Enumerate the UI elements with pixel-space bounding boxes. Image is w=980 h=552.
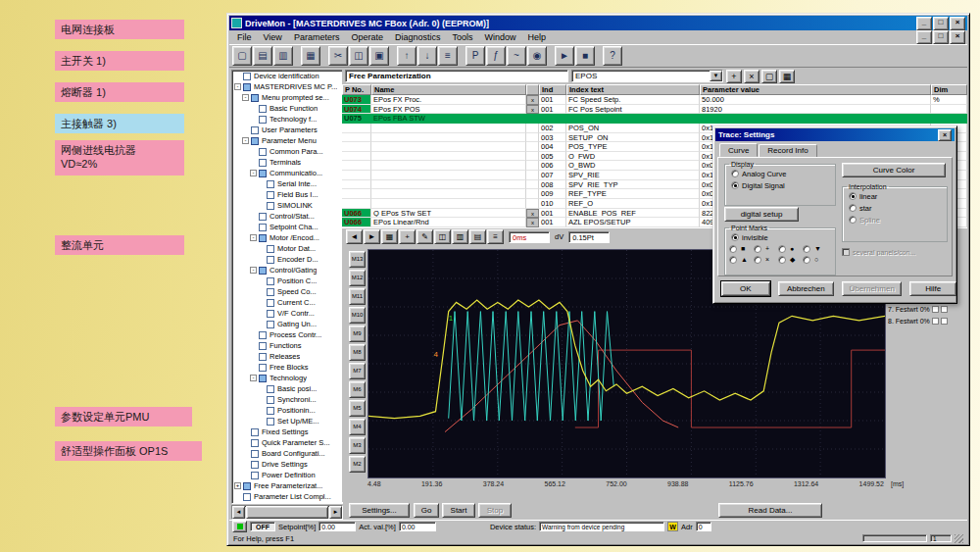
tree-toggle-icon[interactable] (258, 191, 265, 198)
tree-item-24[interactable]: Process Contr... (232, 329, 342, 340)
trace-channel-button-8[interactable]: M5 (349, 400, 366, 417)
tree-item-13[interactable]: Control/Stat... (232, 211, 342, 222)
radio-digital-signal[interactable]: Digital Signal (725, 179, 835, 191)
header-button-new-set[interactable]: ▢ (761, 70, 777, 83)
toolbar-button-cut[interactable]: ✂ (328, 46, 348, 66)
tree-toggle-icon[interactable] (234, 73, 241, 79)
header-button-delete[interactable]: × (744, 70, 760, 83)
tree-toggle-icon[interactable] (258, 202, 265, 209)
tree-item-1[interactable]: - MASTERDRIVES MC P... (232, 81, 342, 92)
chevron-down-icon[interactable]: ▼ (710, 71, 722, 81)
col-parameter-value[interactable]: Parameter value (700, 84, 931, 95)
tree-item-39[interactable]: Parameter List Compl... (232, 491, 342, 502)
trace-channel-button-7[interactable]: M6 (349, 381, 366, 398)
tree-item-7[interactable]: Common Para... (232, 146, 342, 157)
maximize-button[interactable]: □ (933, 17, 949, 30)
tree-item-9[interactable]: - Communicatio... (232, 168, 342, 178)
menu-2[interactable]: Parameters (288, 31, 346, 43)
tree-item-31[interactable]: Positionin... (232, 405, 342, 416)
tree-toggle-icon[interactable] (250, 105, 257, 112)
tree-toggle-icon[interactable] (258, 277, 265, 284)
trace-channel-button-1[interactable]: M12 (349, 270, 366, 286)
tree-item-5[interactable]: User Parameters (232, 125, 342, 135)
trace-channel-button-0[interactable]: M13 (349, 251, 366, 268)
tree-item-18[interactable]: - Control/Gating (232, 265, 342, 276)
legend-checkbox[interactable] (941, 318, 948, 325)
dialog-close-icon[interactable]: × (938, 129, 952, 141)
tree-toggle-icon[interactable] (258, 321, 265, 327)
menu-3[interactable]: Operate (345, 31, 389, 43)
tree-item-12[interactable]: SIMOLINK (232, 200, 342, 211)
param-row-1[interactable]: U074 EPos FX POS x 001 FC Pos Setpoint 8… (342, 105, 967, 115)
tree-toggle-icon[interactable] (242, 472, 249, 478)
legend-checkbox[interactable] (932, 306, 939, 313)
trace-channel-button-2[interactable]: M11 (349, 288, 366, 305)
tree-toggle-icon[interactable] (242, 461, 249, 468)
col-name[interactable]: Name (371, 84, 526, 95)
child-minimize-button[interactable]: _ (916, 30, 932, 44)
toolbar-button-stop[interactable]: ■ (575, 46, 595, 66)
trace-toolbar-button-grid[interactable]: ▦ (381, 229, 398, 244)
point-mark-option-4[interactable]: ▲ (729, 254, 754, 265)
point-mark-option-7[interactable]: ○ (803, 254, 827, 265)
tree-toggle-icon[interactable] (258, 385, 265, 392)
tree-item-19[interactable]: Position C... (232, 276, 342, 286)
trace-toolbar-button-print[interactable]: ▤ (469, 229, 486, 244)
toolbar-button-diagnostics[interactable]: ◉ (527, 46, 547, 66)
toolbar-button-copy[interactable]: ◫ (349, 46, 368, 66)
tree-toggle-icon[interactable] (250, 148, 257, 155)
col-dim[interactable]: Dim (931, 84, 967, 95)
curve-color-button[interactable]: Curve Color (842, 163, 946, 177)
scrollbar-thumb[interactable] (246, 506, 328, 519)
tree-item-29[interactable]: Basic posi... (232, 383, 342, 394)
tree-toggle-icon[interactable] (250, 342, 257, 349)
tree-item-16[interactable]: Motor Dat... (232, 243, 342, 254)
scroll-right-icon[interactable]: ► (329, 506, 342, 519)
legend-row-signal-8[interactable]: 8. Festwrt 0% (888, 316, 965, 326)
tree-item-36[interactable]: Drive Settings (232, 459, 342, 470)
tree-item-10[interactable]: Serial Inte... (232, 178, 342, 189)
col-ind[interactable]: Ind (539, 84, 566, 95)
tree-toggle-icon[interactable] (258, 407, 265, 414)
tree-toggle-icon[interactable] (258, 310, 265, 317)
child-restore-button[interactable]: □ (933, 30, 949, 44)
toolbar-button-open[interactable]: ▤ (253, 46, 272, 66)
tree-item-34[interactable]: Quick Parameter S... (232, 437, 342, 448)
tree-toggle-icon[interactable]: - (242, 137, 249, 144)
tree-toggle-icon[interactable] (250, 213, 257, 220)
tree-item-8[interactable]: Terminals (232, 157, 342, 168)
tree-toggle-icon[interactable] (250, 331, 257, 338)
menu-7[interactable]: Help (522, 31, 553, 43)
tree-item-38[interactable]: + Free Parameterizat... (232, 480, 342, 491)
dialog-help-button[interactable]: Hilfe (909, 281, 956, 296)
tab-curve[interactable]: Curve (719, 143, 758, 157)
ok-button[interactable]: OK (721, 281, 770, 296)
toolbar-button-print[interactable]: ▦ (301, 46, 320, 66)
resize-grip[interactable] (955, 534, 963, 543)
trace-toolbar-button-save[interactable]: ▥ (452, 229, 468, 244)
tree-item-2[interactable]: - Menu prompted se... (232, 92, 342, 103)
toolbar-button-function-diagram[interactable]: ƒ (486, 46, 506, 66)
legend-checkbox[interactable] (932, 318, 939, 325)
tree-toggle-icon[interactable] (242, 428, 249, 435)
menu-5[interactable]: Tools (446, 31, 478, 43)
tree-item-35[interactable]: Board Configurati... (232, 448, 342, 459)
child-close-button[interactable]: × (950, 30, 965, 44)
menu-0[interactable]: File (231, 31, 258, 43)
tree-toggle-icon[interactable]: - (234, 83, 241, 90)
tree-item-6[interactable]: - Parameter Menu (232, 135, 342, 146)
point-mark-option-2[interactable]: ● (778, 243, 803, 254)
interpolation-option-spline[interactable]: Spline (843, 214, 947, 226)
tree-toggle-icon[interactable] (242, 126, 249, 133)
point-mark-option-6[interactable]: ◆ (778, 254, 803, 265)
tree-item-4[interactable]: Technology f... (232, 114, 342, 125)
point-mark-option-1[interactable]: + (754, 243, 778, 254)
tree-toggle-icon[interactable]: - (250, 170, 257, 176)
point-mark-option-0[interactable]: ■ (729, 243, 754, 254)
toolbar-button-go[interactable]: ► (555, 46, 574, 66)
parameter-set-combobox[interactable]: EPOS ▼ (571, 70, 723, 82)
radio-invisible[interactable]: invisible (725, 231, 835, 243)
tree-item-37[interactable]: Power Definition (232, 470, 342, 480)
tree-item-20[interactable]: Speed Co... (232, 286, 342, 297)
col-pno[interactable]: P No. (342, 84, 371, 95)
